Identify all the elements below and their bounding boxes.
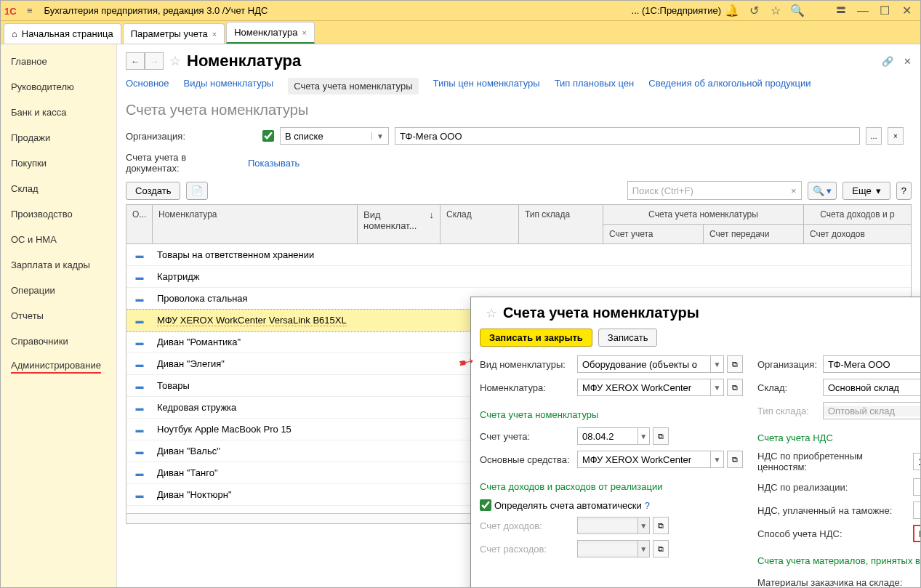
star-icon[interactable]: ☆	[765, 2, 787, 19]
minimize-icon[interactable]: —	[852, 3, 874, 19]
clear-button[interactable]: ×	[888, 127, 904, 145]
col-transfer[interactable]: Счет передачи	[704, 224, 804, 243]
row-icon: ▬	[126, 316, 153, 325]
back-button[interactable]: ←	[126, 52, 145, 70]
vid-input[interactable]: ▼	[577, 355, 724, 373]
row-icon: ▬	[126, 382, 153, 390]
org-value-combo[interactable]: ТФ-Мега ООО	[395, 127, 860, 145]
favorite-star-icon[interactable]: ☆	[169, 53, 181, 69]
open-icon[interactable]: ⧉	[727, 355, 743, 373]
chevron-down-icon[interactable]: ▼	[710, 379, 723, 395]
more-button[interactable]: Еще ▾	[842, 182, 890, 200]
maximize-icon[interactable]: ☐	[874, 2, 896, 19]
sidebar-item[interactable]: Продажи	[1, 125, 116, 150]
sidebar-item[interactable]: Склад	[1, 176, 116, 201]
open-icon[interactable]: ⧉	[653, 517, 669, 534]
settings-icon[interactable]: 〓	[830, 1, 852, 20]
sklad-label: Склад:	[757, 382, 820, 393]
auto-label: Определять счета автоматически	[494, 500, 642, 511]
search-input[interactable]: Поиск (Ctrl+F)×	[627, 181, 802, 200]
org-mode-combo[interactable]: В списке▼	[280, 127, 389, 145]
show-link[interactable]: Показывать	[248, 158, 299, 169]
copy-button[interactable]: 📄	[186, 182, 208, 200]
sidebar-item[interactable]: Главное	[1, 49, 116, 74]
col-nomen[interactable]: Номенклатура	[153, 205, 358, 243]
open-icon[interactable]: ⧉	[727, 379, 743, 396]
tab-close-icon[interactable]: ×	[212, 30, 217, 39]
page-close-icon[interactable]: ✕	[904, 56, 912, 67]
link-plantypes[interactable]: Тип плановых цен	[555, 78, 635, 94]
sidebar-item-admin[interactable]: Администрирование	[1, 354, 116, 378]
help-icon[interactable]: ?	[645, 500, 650, 511]
org-label: Организация:	[757, 359, 820, 370]
chevron-down-icon[interactable]: ▼	[710, 451, 723, 467]
sidebar-item[interactable]: Отчеты	[1, 303, 116, 329]
save-close-button[interactable]: Записать и закрыть	[480, 329, 592, 347]
sklad-input[interactable]: ▼	[823, 379, 920, 396]
link-icon[interactable]: 🔗	[882, 56, 893, 67]
table-row[interactable]: ▬Картридж	[126, 266, 911, 288]
col-tip[interactable]: Тип склада	[519, 205, 603, 243]
open-icon[interactable]: ⧉	[653, 427, 669, 445]
forward-button[interactable]: →	[145, 52, 164, 70]
nds3-input[interactable]: ▼	[913, 502, 920, 519]
doh-label: Счет доходов:	[480, 520, 574, 531]
sidebar-item[interactable]: ОС и НМА	[1, 227, 116, 252]
sidebar-item[interactable]: Зарплата и кадры	[1, 252, 116, 278]
search-button[interactable]: 🔍 ▾	[808, 182, 837, 200]
history-icon[interactable]: ↺	[743, 2, 765, 19]
menu-icon[interactable]: ≡	[20, 5, 40, 16]
save-button[interactable]: Записать	[598, 329, 658, 347]
col-income[interactable]: Счет доходов	[804, 224, 911, 243]
org-checkbox[interactable]	[262, 130, 274, 142]
link-main[interactable]: Основное	[126, 78, 169, 94]
link-types[interactable]: Виды номенклатуры	[184, 78, 274, 94]
tab-nomenclature[interactable]: Номенклатура ×	[226, 22, 315, 44]
auto-checkbox[interactable]	[480, 499, 491, 511]
open-icon[interactable]: ⧉	[727, 451, 743, 468]
open-icon[interactable]: ⧉	[653, 540, 669, 557]
link-accounts[interactable]: Счета учета номенклатуры	[288, 78, 418, 94]
sidebar-item[interactable]: Операции	[1, 278, 116, 303]
table-row[interactable]: ▬Товары на ответственном хранении	[126, 244, 911, 266]
link-alcohol[interactable]: Сведения об алкогольной продукции	[648, 78, 811, 94]
app-logo-icon: 1С	[4, 3, 20, 19]
nds2-label: НДС по реализации:	[757, 482, 910, 493]
tab-label: Номенклатура	[234, 27, 297, 38]
sidebar-item[interactable]: Покупки	[1, 150, 116, 176]
col-sklad[interactable]: Склад	[441, 205, 519, 243]
sidebar-item[interactable]: Банк и касса	[1, 100, 116, 125]
create-button[interactable]: Создать	[126, 182, 180, 200]
sidebar-item[interactable]: Справочники	[1, 329, 116, 354]
schet-input[interactable]: ▼	[577, 427, 650, 445]
help-button[interactable]: ?	[896, 182, 912, 200]
col-org[interactable]: О...	[126, 205, 153, 243]
search-icon[interactable]: 🔍	[787, 2, 808, 19]
nomen-input[interactable]: ▼	[577, 379, 724, 396]
link-pricetypes[interactable]: Типы цен номенклатуры	[433, 78, 540, 94]
tab-home[interactable]: ⌂ Начальная страница	[4, 23, 121, 44]
sidebar-item[interactable]: Производство	[1, 201, 116, 227]
chevron-down-icon[interactable]: ▼	[710, 356, 723, 372]
os-input[interactable]: ▼	[577, 451, 724, 468]
col-schet[interactable]: Счет учета	[603, 224, 704, 243]
chevron-down-icon[interactable]: ▼	[638, 428, 649, 444]
org-input[interactable]: ▼	[823, 355, 920, 373]
section-materials: Счета учета материалов, принятых в перер…	[757, 555, 920, 566]
sposob-input[interactable]: ▼	[913, 525, 920, 542]
sidebar-item[interactable]: Руководителю	[1, 74, 116, 100]
close-icon[interactable]: ✕	[896, 2, 917, 19]
row-icon: ▬	[126, 425, 153, 434]
section-nds: Счета учета НДС	[757, 432, 920, 443]
placeholder: Поиск (Ctrl+F)	[632, 185, 693, 196]
nds2-input[interactable]: ▼	[913, 478, 920, 496]
nds1-input[interactable]: ▼	[913, 453, 920, 470]
col-vid[interactable]: Вид номенклат...↓	[358, 205, 441, 243]
tab-close-icon[interactable]: ×	[302, 28, 306, 37]
ellipsis-button[interactable]: …	[866, 127, 882, 145]
os-label: Основные средства:	[480, 454, 574, 465]
tab-parameters[interactable]: Параметры учета ×	[123, 23, 225, 44]
favorite-star-icon[interactable]: ☆	[486, 305, 497, 321]
bell-icon[interactable]: 🔔	[721, 2, 743, 19]
cell: Ноутбук Apple MacBook Pro 15	[153, 424, 296, 435]
